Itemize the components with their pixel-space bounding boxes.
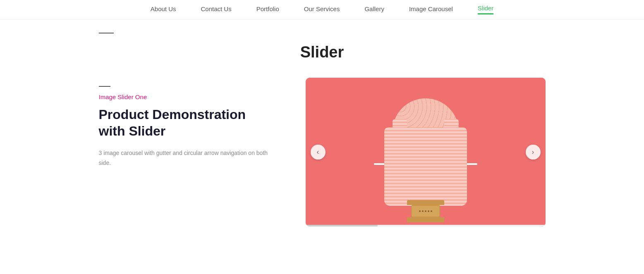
watch-face — [411, 205, 440, 217]
section-divider-line — [99, 33, 114, 33]
top-body — [384, 127, 467, 206]
watch-illustration — [407, 200, 444, 222]
slider-heading: Product Demonstration with Slider — [99, 106, 273, 139]
page-content: Slider Image Slider One Product Demonstr… — [74, 33, 570, 226]
watch-band-top — [407, 200, 444, 205]
fashion-scene — [306, 78, 546, 226]
nav-contact-us[interactable]: Contact Us — [201, 5, 232, 14]
scroll-indicator — [306, 225, 546, 226]
tank-top-illustration — [380, 127, 471, 210]
carousel-next-button[interactable]: › — [526, 145, 541, 160]
slider-text-panel: Image Slider One Product Demonstration w… — [99, 78, 273, 168]
nav-portfolio[interactable]: Portfolio — [256, 5, 279, 14]
scroll-thumb — [306, 225, 378, 226]
slider-description: 3 image carousel with gutter and circula… — [99, 148, 273, 168]
watch-dots — [419, 210, 432, 212]
carousel-wrapper: ‹ › — [306, 78, 546, 226]
watch-dot-2 — [422, 210, 424, 212]
nav-image-carousel[interactable]: Image Carousel — [409, 5, 453, 14]
carousel-image: ‹ › — [306, 78, 546, 226]
small-divider-line — [99, 86, 110, 87]
watch-dot-4 — [428, 210, 429, 212]
watch-dot-5 — [431, 210, 432, 212]
nav-gallery[interactable]: Gallery — [364, 5, 384, 14]
carousel-prev-button[interactable]: ‹ — [311, 145, 326, 160]
watch-band-bottom — [407, 217, 444, 222]
nav-about-us[interactable]: About Us — [151, 5, 176, 14]
watch-dot-1 — [419, 210, 421, 212]
main-nav: About Us Contact Us Portfolio Our Servic… — [0, 0, 644, 19]
watch-dot-3 — [425, 210, 426, 212]
slider-section: Image Slider One Product Demonstration w… — [99, 78, 546, 226]
page-title: Slider — [99, 43, 546, 61]
slider-subtitle: Image Slider One — [99, 93, 273, 100]
nav-our-services[interactable]: Our Services — [304, 5, 340, 14]
nav-slider[interactable]: Slider — [478, 5, 493, 14]
